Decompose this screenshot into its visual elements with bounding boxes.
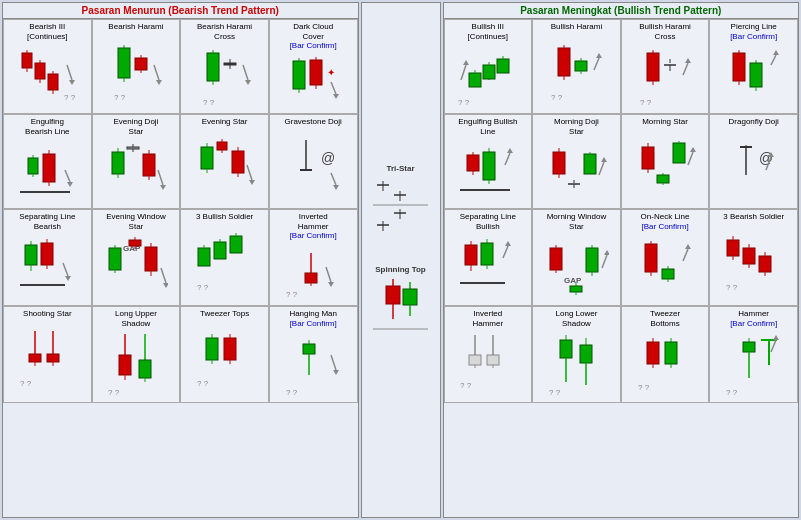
morningwindow-svg: GAP xyxy=(544,233,609,303)
svg-rect-136 xyxy=(303,344,315,354)
svg-marker-76 xyxy=(333,185,339,190)
eveningwindow-svg: GAP xyxy=(103,233,168,303)
eveningstar-svg xyxy=(192,135,257,200)
svg-rect-50 xyxy=(112,152,124,174)
svg-rect-269 xyxy=(743,248,755,264)
svg-marker-48 xyxy=(67,182,73,187)
pattern-name: Gravestone Doji xyxy=(285,117,342,127)
candle-area: ? ? xyxy=(183,321,266,401)
svg-rect-35 xyxy=(310,60,322,85)
svg-text:?    ?: ? ? xyxy=(726,388,738,397)
pattern-cell-3bullishsoldier: 3 Bullish Soldier xyxy=(180,209,269,306)
separatingbullish-svg xyxy=(455,233,520,303)
pattern-name: Dark CloudCover[Bar Confirm] xyxy=(290,22,337,51)
svg-rect-94 xyxy=(145,247,157,271)
pattern-cell-bearishharamicross: Bearish HaramiCross ? xyxy=(180,19,269,114)
svg-rect-129 xyxy=(206,338,218,360)
candle-area xyxy=(6,233,89,303)
bullish-section: Pasaran Meningkat (Bullish Trend Pattern… xyxy=(443,2,800,518)
svg-marker-85 xyxy=(65,276,71,281)
pattern-cell-bullish3: Bullish III[Continues] xyxy=(444,19,533,114)
pattern-cell-dragonflydoji: Dragonfly Doji @ xyxy=(709,114,798,209)
pattern-cell-shootingstar: Shooting Star ? ? xyxy=(3,306,92,403)
svg-text:?    ?: ? ? xyxy=(458,98,470,107)
candle-area: ? ? xyxy=(624,43,707,111)
svg-rect-266 xyxy=(727,240,739,256)
bullish-grid: Bullish III[Continues] xyxy=(444,19,799,403)
pattern-name: Bullish Harami xyxy=(551,22,603,32)
pattern-cell-longlowershadow: Long LowerShadow ? ? xyxy=(532,306,621,403)
svg-line-75 xyxy=(331,173,336,185)
svg-rect-293 xyxy=(665,342,677,364)
svg-rect-81 xyxy=(41,243,53,265)
pattern-cell-separatingbullish: Separating LineBullish xyxy=(444,209,533,306)
svg-rect-1 xyxy=(22,53,32,68)
longuppershadow-svg: ? ? xyxy=(103,330,168,400)
pattern-cell-separatingbearish: Separating LineBearish xyxy=(3,209,92,306)
candle-area: ? ? xyxy=(95,34,178,111)
svg-rect-62 xyxy=(201,147,213,169)
svg-rect-7 xyxy=(48,74,58,90)
hammer-svg: ? ? xyxy=(721,330,786,400)
candle-area: ? ? xyxy=(183,224,266,304)
pattern-cell-eveningstar: Evening Star xyxy=(180,114,269,209)
svg-text:?  ?: ? ? xyxy=(64,93,76,102)
pattern-name: Dragonfly Doji xyxy=(729,117,779,127)
pattern-cell-engulfingbullish: Engulfing BullishLine xyxy=(444,114,533,209)
svg-line-228 xyxy=(688,152,693,165)
main-container: Pasaran Menurun (Bearish Trend Pattern) … xyxy=(0,0,801,520)
svg-marker-264 xyxy=(685,244,691,249)
svg-rect-174 xyxy=(558,48,570,76)
piercingline-svg xyxy=(721,45,786,110)
svg-rect-283 xyxy=(560,340,572,358)
svg-text:?    ?: ? ? xyxy=(286,388,298,397)
pattern-cell-gravestonedoji: Gravestone Doji @ xyxy=(269,114,358,209)
pattern-name: Bullish HaramiCross xyxy=(639,22,691,41)
svg-marker-29 xyxy=(245,80,251,85)
svg-line-111 xyxy=(326,267,331,282)
candle-area: GAP xyxy=(535,233,618,303)
pattern-cell-tweezerbottoms: TweezerBottoms ? ? xyxy=(621,306,710,403)
pattern-name: Separating LineBullish xyxy=(460,212,516,231)
pattern-name: TweezerBottoms xyxy=(650,309,680,328)
pattern-cell-eveningwindow: Evening WindowStar GAP xyxy=(92,209,181,306)
pattern-cell-3bearishsoldier: 3 Bearish Soldier xyxy=(709,209,798,306)
svg-rect-41 xyxy=(28,158,38,174)
svg-line-206 xyxy=(505,153,510,165)
svg-line-243 xyxy=(503,246,508,258)
svg-line-84 xyxy=(63,263,68,276)
svg-rect-68 xyxy=(232,151,244,173)
candle-area: ? ? xyxy=(6,321,89,401)
svg-rect-258 xyxy=(645,244,657,272)
svg-text:?    ?: ? ? xyxy=(640,98,652,107)
svg-text:✦: ✦ xyxy=(327,67,335,78)
svg-rect-32 xyxy=(293,61,305,89)
svg-line-217 xyxy=(599,162,604,175)
pattern-name: Engulfing BullishLine xyxy=(458,117,517,136)
3bullishsoldier-svg: ? ? xyxy=(192,228,257,298)
svg-rect-261 xyxy=(662,269,674,279)
svg-marker-39 xyxy=(333,94,339,99)
pattern-cell-morningwindow: Morning WindowStar GAP xyxy=(532,209,621,306)
spinningtop-container: Spinning Top xyxy=(363,260,438,361)
svg-text:?    ?: ? ? xyxy=(197,379,209,388)
svg-rect-253 xyxy=(586,248,598,272)
pattern-cell-eveningdoji: Evening DojiStar xyxy=(92,114,181,209)
svg-rect-13 xyxy=(118,48,130,78)
candle-area: ? ? xyxy=(272,243,355,303)
pattern-name: Evening WindowStar xyxy=(106,212,166,231)
bullish3-svg: ? ? xyxy=(453,45,523,110)
svg-rect-118 xyxy=(47,354,59,362)
svg-rect-65 xyxy=(217,142,227,150)
svg-rect-203 xyxy=(483,152,495,180)
pattern-name: Long LowerShadow xyxy=(556,309,598,328)
svg-rect-125 xyxy=(139,360,151,378)
candle-area: @ xyxy=(712,129,795,206)
pattern-name: Bearish III[Continues] xyxy=(27,22,67,41)
separatingbearish-svg xyxy=(15,233,80,303)
pattern-cell-longuppershadow: Long UpperShadow ? ? xyxy=(92,306,181,403)
svg-marker-218 xyxy=(601,157,607,162)
pattern-cell-tweezertops: Tweezer Tops ? ? xyxy=(180,306,269,403)
svg-rect-87 xyxy=(109,248,121,270)
svg-rect-272 xyxy=(759,256,771,272)
